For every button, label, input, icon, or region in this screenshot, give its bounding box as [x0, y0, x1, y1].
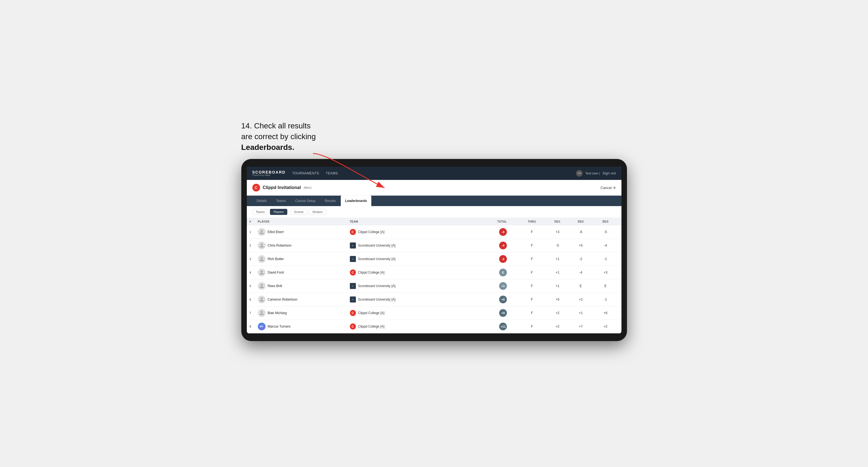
instruction-line3: Leaderboards.	[241, 143, 294, 152]
tab-bar: Details Teams Course Setup Results Leade…	[247, 196, 621, 206]
user-avatar: TU	[576, 170, 583, 177]
team-name-label: Scoreboard University [A]	[358, 257, 396, 261]
filter-scores-button[interactable]: Scores	[290, 209, 307, 215]
cell-rd3: +3	[592, 266, 621, 279]
nav-teams-link[interactable]: TEAMS	[326, 172, 338, 175]
cell-rd1: +2	[546, 306, 569, 320]
cell-rd2: +1	[569, 306, 592, 320]
outer-wrapper: 14. Check all results are correct by cli…	[241, 126, 627, 341]
cell-rd2: -2	[569, 252, 592, 266]
cell-rank: 4	[247, 266, 255, 279]
tournament-name: Clippd Invitational	[263, 185, 301, 190]
team-name-label: Clippd College [A]	[358, 311, 384, 315]
cell-rank: 7	[247, 306, 255, 320]
cell-total: +1	[470, 279, 518, 293]
cell-total: -4	[470, 239, 518, 252]
nav-tournaments-link[interactable]: TOURNAMENTS	[292, 172, 319, 175]
tab-leaderboards[interactable]: Leaderboards	[341, 196, 371, 206]
cell-rd3: -1	[592, 252, 621, 266]
cell-rank: 1	[247, 225, 255, 239]
cell-rd2: E	[569, 279, 592, 293]
total-badge: +1	[499, 282, 507, 290]
cell-player: Rees Britt	[255, 279, 347, 293]
tournament-title-row: C Clippd Invitational (Men)	[252, 184, 312, 191]
scoreboard-logo: SCOREBOARD Powered by clippd	[252, 170, 286, 176]
player-name-label: Blair McHarg	[268, 311, 287, 315]
table-row: 1Elliot EbertCClippd College [A]-8F+3-6-…	[247, 225, 621, 239]
cell-rd3: +2	[592, 320, 621, 333]
team-name-label: Scoreboard University [A]	[358, 244, 396, 247]
cell-team: ≡Scoreboard University [A]	[347, 239, 470, 252]
cell-thru: F	[518, 279, 546, 293]
cell-thru: F	[518, 266, 546, 279]
player-avatar	[258, 242, 266, 249]
cell-thru: F	[518, 306, 546, 320]
tab-results[interactable]: Results	[320, 196, 340, 206]
cell-total: +6	[470, 293, 518, 306]
leaderboard-table: # PLAYER TEAM TOTAL THRU RD1 RD2 RD3 1El…	[247, 218, 621, 333]
table-row: 8MTMarcus TurnersCClippd College [A]+11F…	[247, 320, 621, 333]
cancel-label: Cancel	[600, 186, 612, 190]
cell-rd2: +2	[569, 293, 592, 306]
player-name-label: Marcus Turners	[268, 324, 290, 329]
total-badge: +11	[499, 323, 507, 330]
total-badge: -2	[499, 255, 507, 263]
tab-teams[interactable]: Teams	[272, 196, 290, 206]
cell-rd1: +2	[546, 320, 569, 333]
team-name-label: Clippd College [A]	[358, 324, 384, 329]
total-badge: E	[499, 269, 507, 276]
col-total: TOTAL	[470, 218, 518, 225]
team-name-label: Clippd College [A]	[358, 271, 384, 274]
col-thru: THRU	[518, 218, 546, 225]
cell-team: ≡Scoreboard University [A]	[347, 252, 470, 266]
cell-thru: F	[518, 320, 546, 333]
team-name-label: Clippd College [A]	[358, 230, 384, 234]
cell-rd1: +1	[546, 279, 569, 293]
nav-left: SCOREBOARD Powered by clippd TOURNAMENTS…	[252, 170, 338, 176]
cell-thru: F	[518, 293, 546, 306]
filter-players-button[interactable]: Players	[270, 209, 287, 215]
tab-course-setup[interactable]: Course Setup	[291, 196, 320, 206]
player-avatar	[258, 228, 266, 236]
cell-rd3: -5	[592, 225, 621, 239]
filter-strokes-button[interactable]: Strokes	[309, 209, 326, 215]
col-rd1: RD1	[546, 218, 569, 225]
table-row: 2Chris Robertson≡Scoreboard University […	[247, 239, 621, 252]
cell-rd3: +6	[592, 306, 621, 320]
cell-rd1: -5	[546, 239, 569, 252]
cell-rd1: +1	[546, 252, 569, 266]
cell-player: David Ford	[255, 266, 347, 279]
player-name-label: David Ford	[268, 271, 284, 274]
tournament-gender: (Men)	[304, 186, 312, 189]
player-name-label: Rees Britt	[268, 284, 282, 288]
filter-teams-button[interactable]: Teams	[252, 209, 268, 215]
cell-total: -8	[470, 225, 518, 239]
cell-total: +11	[470, 320, 518, 333]
tablet-frame: SCOREBOARD Powered by clippd TOURNAMENTS…	[241, 159, 627, 341]
cell-team: CClippd College [A]	[347, 225, 470, 239]
tournament-logo: C	[252, 184, 260, 191]
sign-out-link[interactable]: Sign out	[602, 172, 616, 175]
nav-user-label: Test User |	[585, 172, 600, 175]
table-row: 6Cameron Robertson≡Scoreboard University…	[247, 293, 621, 306]
col-rd3: RD3	[592, 218, 621, 225]
cell-rd2: -4	[569, 266, 592, 279]
table-row: 7Blair McHargCClippd College [A]+9F+2+1+…	[247, 306, 621, 320]
team-logo: ≡	[350, 256, 356, 262]
total-badge: -8	[499, 228, 507, 236]
cell-team: CClippd College [A]	[347, 266, 470, 279]
logo-sub-text: Powered by clippd	[252, 174, 286, 176]
cell-thru: F	[518, 225, 546, 239]
tournament-header: C Clippd Invitational (Men) Cancel ✕	[247, 180, 621, 196]
cell-player: MTMarcus Turners	[255, 320, 347, 333]
cell-total: E	[470, 266, 518, 279]
cancel-button[interactable]: Cancel ✕	[600, 186, 616, 190]
cell-rank: 6	[247, 293, 255, 306]
close-icon: ✕	[613, 186, 616, 190]
table-row: 3Rich Butler≡Scoreboard University [A]-2…	[247, 252, 621, 266]
col-player: PLAYER	[255, 218, 347, 225]
player-avatar	[258, 269, 266, 276]
col-rank: #	[247, 218, 255, 225]
tab-details[interactable]: Details	[252, 196, 271, 206]
player-avatar	[258, 295, 266, 303]
